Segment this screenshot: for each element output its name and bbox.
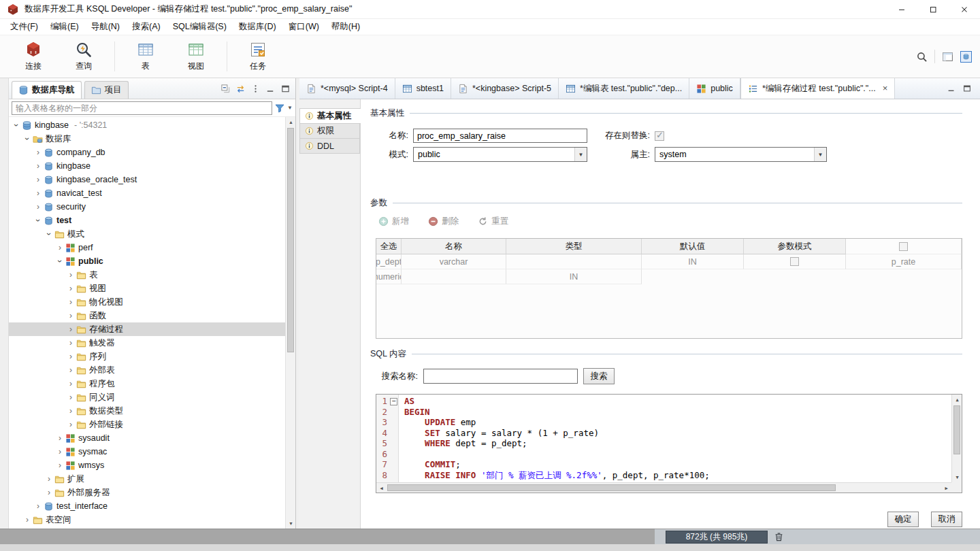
side-tab-ddl[interactable]: DDL — [299, 138, 360, 154]
tree-item[interactable]: ›数据类型 — [9, 404, 285, 418]
tree-expander-icon[interactable]: › — [66, 365, 76, 375]
params-reset-button[interactable]: 重置 — [478, 216, 508, 227]
tree-item[interactable]: ›数据库 — [9, 132, 285, 146]
tree-expander-icon[interactable]: › — [44, 488, 54, 497]
scrollbar-thumb[interactable] — [953, 405, 960, 454]
tree-expander-icon[interactable]: › — [66, 311, 76, 320]
tree-item[interactable]: ›触发器 — [9, 336, 285, 350]
tree-item[interactable]: ›存储过程 — [9, 322, 285, 336]
tree-item[interactable]: ›sysaudit — [9, 431, 285, 445]
scrollbar-thumb[interactable] — [287, 128, 294, 352]
search-button[interactable]: 搜索 — [583, 368, 615, 384]
cancel-button[interactable]: 取消 — [931, 512, 962, 527]
menu-navigate[interactable]: 导航(N) — [85, 19, 126, 35]
tree-item[interactable]: ›物化视图 — [9, 295, 285, 309]
tree-item[interactable]: ›序列 — [9, 350, 285, 363]
tree-item[interactable]: ›test_interface — [9, 499, 285, 513]
view-tab-projects[interactable]: 项目 — [84, 81, 129, 99]
tree-item[interactable]: ›sysmac — [9, 445, 285, 458]
tree-expander-icon[interactable]: › — [33, 148, 43, 157]
ok-button[interactable]: 确定 — [887, 512, 919, 527]
link-editor-icon[interactable] — [235, 84, 246, 94]
sql-code-editor[interactable]: 1AS2BEGIN3 UPDATE emp4 SET salary = sala… — [376, 394, 962, 493]
tree-expander-icon[interactable]: › — [66, 297, 76, 307]
tree-item[interactable]: ›表空间 — [9, 513, 285, 527]
tree-item[interactable]: ›kingbase- ':54321 — [9, 118, 285, 132]
tree-item[interactable]: ›视图 — [9, 282, 285, 295]
params-delete-button[interactable]: 删除 — [428, 216, 459, 227]
tree-item[interactable]: ›程序包 — [9, 377, 285, 390]
side-tab-privileges[interactable]: 权限 — [299, 123, 360, 139]
memory-gauge[interactable]: 872兆 (共 985兆) — [666, 531, 768, 544]
tree-item[interactable]: ›外部服务器 — [9, 486, 285, 499]
tree-expander-icon[interactable]: › — [66, 406, 76, 416]
search-icon[interactable] — [916, 51, 928, 63]
replace-checkbox[interactable] — [655, 131, 664, 141]
tree-expander-icon[interactable]: › — [33, 202, 43, 212]
scroll-up-icon[interactable]: ▲ — [286, 117, 295, 127]
tree-expander-icon[interactable]: › — [66, 352, 76, 361]
view-tab-db-navigator[interactable]: 数据库导航 — [12, 81, 82, 99]
schema-select[interactable]: public ▼ — [413, 147, 587, 162]
tree-item[interactable]: ›扩展 — [9, 472, 285, 486]
editor-tab[interactable]: *编辑表 test."public"."dep... — [559, 78, 689, 99]
tree-expander-icon[interactable]: › — [66, 284, 76, 293]
editor-tab[interactable]: public — [689, 78, 740, 99]
row-checkbox[interactable] — [790, 257, 799, 266]
tree-item[interactable]: ›外部链接 — [9, 418, 285, 431]
tree-item[interactable]: ›外部表 — [9, 363, 285, 377]
tree-expander-icon[interactable]: › — [33, 175, 43, 184]
scroll-right-icon[interactable]: ▶ — [941, 483, 951, 493]
toolbar-view-button[interactable]: 视图 — [174, 41, 218, 72]
menu-sql-editor[interactable]: SQL编辑器(S) — [167, 19, 233, 35]
tree-expander-icon[interactable]: › — [44, 474, 54, 484]
side-tab-basic[interactable]: 基本属性 — [299, 108, 361, 124]
scrollbar-thumb[interactable] — [387, 484, 836, 491]
tree-expander-icon[interactable]: › — [22, 515, 32, 524]
tree-expander-icon[interactable]: › — [55, 433, 65, 443]
tree-item[interactable]: ›函数 — [9, 309, 285, 322]
maximize-window-button[interactable] — [917, 0, 949, 18]
toolbar-query-button[interactable]: 查询 — [61, 41, 106, 72]
tree-expander-icon[interactable]: › — [66, 379, 76, 388]
editor-tab[interactable]: *<kingbase> Script-5 — [451, 78, 559, 99]
maximize-icon[interactable] — [280, 84, 291, 94]
tree-filter-input[interactable] — [12, 101, 272, 115]
toolbar-table-button[interactable]: 表 — [123, 41, 168, 72]
scroll-left-icon[interactable]: ◀ — [376, 483, 387, 493]
tree-item[interactable]: ›test — [9, 214, 285, 227]
menu-window[interactable]: 窗口(W) — [282, 19, 325, 35]
dba-perspective-icon[interactable] — [960, 51, 972, 63]
menu-search[interactable]: 搜索(A) — [126, 19, 167, 35]
tree-item[interactable]: ›perf — [9, 241, 285, 254]
tree-item[interactable]: ›company_db — [9, 146, 285, 159]
view-menu-icon[interactable] — [250, 84, 261, 94]
tree-expander-icon[interactable]: › — [22, 134, 32, 144]
tree-item[interactable]: ›模式 — [9, 227, 285, 241]
tree-expander-icon[interactable]: › — [33, 161, 43, 171]
tree-expander-icon[interactable]: › — [66, 324, 76, 334]
scroll-up-icon[interactable]: ▲ — [952, 395, 962, 405]
owner-select[interactable]: system ▼ — [655, 147, 827, 162]
tree-expander-icon[interactable]: › — [33, 216, 43, 225]
editor-tab[interactable]: sbtest1 — [395, 78, 451, 99]
close-window-button[interactable] — [949, 0, 980, 18]
open-perspective-icon[interactable] — [942, 51, 953, 63]
tree-item[interactable]: ›kingbase_oracle_test — [9, 173, 285, 186]
menu-file[interactable]: 文件(F) — [4, 19, 44, 35]
row-checkbox[interactable] — [899, 242, 908, 251]
scroll-down-icon[interactable]: ▼ — [286, 518, 295, 529]
collapse-all-icon[interactable] — [220, 84, 231, 94]
tree-expander-icon[interactable]: › — [55, 447, 65, 456]
filter-caret-icon[interactable]: ▼ — [287, 105, 293, 111]
scroll-down-icon[interactable]: ▼ — [952, 472, 962, 482]
editor-tab[interactable]: *编辑存储过程 test."public"."...× — [740, 78, 895, 99]
tree-item[interactable]: ›public — [9, 254, 285, 268]
toolbar-connect-button[interactable]: 连接 — [11, 41, 56, 72]
tree-expander-icon[interactable]: › — [66, 338, 76, 348]
search-name-input[interactable] — [423, 369, 578, 384]
fold-toggle-icon[interactable] — [389, 396, 399, 407]
tree-expander-icon[interactable]: › — [66, 420, 76, 429]
tree-expander-icon[interactable]: › — [33, 501, 43, 511]
minimize-icon[interactable] — [265, 84, 276, 94]
